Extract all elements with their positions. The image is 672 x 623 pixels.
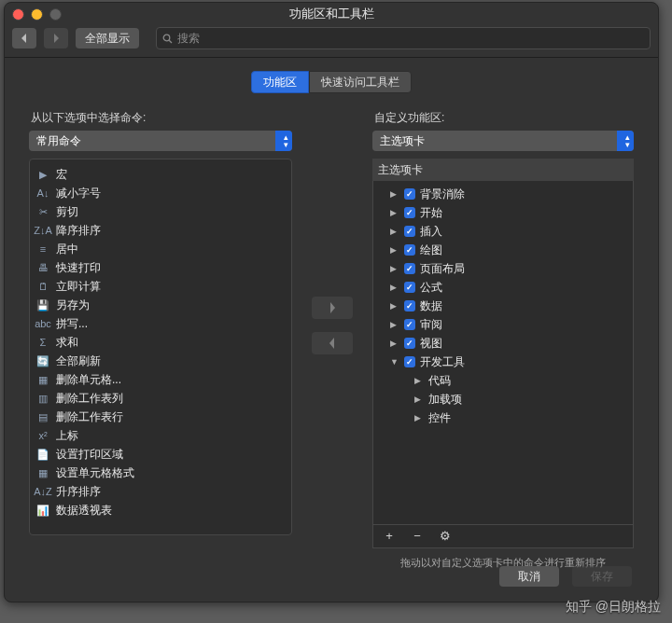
checkbox-icon[interactable]: ✓ xyxy=(404,244,415,256)
tree-row[interactable]: ▶ ✓ 页面布局 xyxy=(373,259,633,278)
checkbox-icon[interactable]: ✓ xyxy=(404,188,415,200)
checkbox-icon[interactable]: ✓ xyxy=(404,263,415,274)
checkbox-icon[interactable]: ✓ xyxy=(404,356,415,367)
close-icon[interactable] xyxy=(12,8,24,21)
list-item[interactable]: ▦删除单元格... xyxy=(30,370,291,389)
command-label: 快速打印 xyxy=(56,260,101,275)
tab-ribbon[interactable]: 功能区 xyxy=(251,71,309,93)
tree-row[interactable]: ▶ ✓ 背景消除 xyxy=(373,185,633,203)
checkbox-icon[interactable]: ✓ xyxy=(404,338,415,349)
list-item[interactable]: A↓Z升序排序 xyxy=(30,482,291,501)
command-label: 求和 xyxy=(56,335,78,350)
disclosure-closed-icon[interactable]: ▶ xyxy=(414,394,424,405)
checkbox-icon[interactable]: ✓ xyxy=(404,319,415,330)
checkbox-icon[interactable]: ✓ xyxy=(404,300,415,312)
zoom-icon xyxy=(49,8,62,21)
disclosure-closed-icon[interactable]: ▶ xyxy=(390,300,399,312)
tree-label: 背景消除 xyxy=(420,187,465,201)
list-item[interactable]: 🗒立即计算 xyxy=(30,277,291,296)
list-item[interactable]: 📊数据透视表 xyxy=(30,501,291,519)
disclosure-closed-icon[interactable]: ▶ xyxy=(390,338,399,349)
disclosure-closed-icon[interactable]: ▶ xyxy=(414,375,424,386)
ribbon-tree[interactable]: ▶ ✓ 背景消除▶ ✓ 开始▶ ✓ 插入▶ ✓ 绘图▶ ✓ 页面布局▶ xyxy=(372,181,634,525)
tree-label: 审阅 xyxy=(420,317,442,332)
tree-settings-button[interactable]: ⚙ xyxy=(435,528,455,545)
checkbox-icon[interactable]: ✓ xyxy=(404,282,415,293)
list-item[interactable]: ✂剪切 xyxy=(30,202,291,221)
minimize-icon[interactable] xyxy=(31,8,43,21)
command-label: 删除工作表列 xyxy=(56,391,123,406)
list-item[interactable]: Z↓A降序排序 xyxy=(30,221,291,240)
commands-dropdown[interactable]: 常用命令 ▴▾ xyxy=(29,131,292,151)
command-icon: A↓ xyxy=(35,186,50,201)
back-button[interactable] xyxy=(12,28,36,48)
disclosure-closed-icon[interactable]: ▶ xyxy=(414,412,424,423)
command-icon: ✂ xyxy=(35,204,50,219)
command-label: 居中 xyxy=(56,242,78,256)
search-input[interactable]: 搜索 xyxy=(156,27,651,49)
tree-toolbar: + − ⚙ xyxy=(372,525,634,548)
list-item[interactable]: ▦设置单元格格式 xyxy=(30,464,291,482)
command-label: 另存为 xyxy=(56,298,90,312)
list-item[interactable]: ▤删除工作表行 xyxy=(30,408,291,426)
tree-add-button[interactable]: + xyxy=(379,528,399,545)
tree-row[interactable]: ▶ ✓ 绘图 xyxy=(373,241,633,259)
command-icon: ▶ xyxy=(35,167,50,182)
tree-child-row[interactable]: ▶加载项 xyxy=(373,390,633,408)
disclosure-closed-icon[interactable]: ▶ xyxy=(390,282,399,293)
tree-child-row[interactable]: ▶代码 xyxy=(373,371,633,390)
command-label: 上标 xyxy=(56,428,78,443)
gear-icon: ⚙ xyxy=(440,528,451,545)
cancel-button[interactable]: 取消 xyxy=(499,566,559,587)
checkbox-icon[interactable]: ✓ xyxy=(404,226,415,237)
tree-child-row[interactable]: ▶控件 xyxy=(373,408,633,427)
tree-remove-button[interactable]: − xyxy=(407,528,427,545)
list-item[interactable]: 🔄全部刷新 xyxy=(30,352,291,370)
list-item[interactable]: ▥删除工作表列 xyxy=(30,389,291,408)
list-item[interactable]: 📄设置打印区域 xyxy=(30,445,291,464)
show-all-button[interactable]: 全部显示 xyxy=(76,28,139,48)
list-item[interactable]: 💾另存为 xyxy=(30,296,291,314)
command-label: 全部刷新 xyxy=(56,353,101,368)
disclosure-open-icon[interactable]: ▼ xyxy=(390,356,399,367)
tree-row[interactable]: ▶ ✓ 审阅 xyxy=(373,315,633,334)
commands-listbox[interactable]: ▶宏A↓减小字号✂剪切Z↓A降序排序≡居中🖶快速打印🗒立即计算💾另存为abc拼写… xyxy=(29,159,292,535)
disclosure-closed-icon[interactable]: ▶ xyxy=(390,226,399,237)
tree-row[interactable]: ▶ ✓ 开始 xyxy=(373,203,633,222)
command-icon: x² xyxy=(35,428,50,443)
disclosure-closed-icon[interactable]: ▶ xyxy=(390,263,399,274)
checkbox-icon[interactable]: ✓ xyxy=(404,207,415,218)
command-icon: ≡ xyxy=(35,242,50,256)
list-item[interactable]: 🖶快速打印 xyxy=(30,258,291,277)
tree-label: 开发工具 xyxy=(420,354,465,369)
window-title: 功能区和工具栏 xyxy=(5,6,658,22)
list-item[interactable]: Σ求和 xyxy=(30,333,291,352)
disclosure-closed-icon[interactable]: ▶ xyxy=(390,188,399,200)
svg-line-1 xyxy=(169,40,172,43)
tree-row[interactable]: ▼ ✓ 开发工具 xyxy=(373,353,633,371)
disclosure-closed-icon[interactable]: ▶ xyxy=(390,319,399,330)
command-icon: A↓Z xyxy=(35,484,50,499)
command-label: 删除工作表行 xyxy=(56,409,123,424)
tree-row[interactable]: ▶ ✓ 插入 xyxy=(373,222,633,241)
command-label: 设置单元格格式 xyxy=(56,465,134,480)
tree-row[interactable]: ▶ ✓ 视图 xyxy=(373,334,633,353)
list-item[interactable]: A↓减小字号 xyxy=(30,184,291,202)
command-icon: 📊 xyxy=(35,503,50,518)
tree-row[interactable]: ▶ ✓ 数据 xyxy=(373,297,633,315)
list-item[interactable]: abc拼写... xyxy=(30,314,291,333)
tree-label: 视图 xyxy=(420,336,442,351)
tree-label: 加载项 xyxy=(428,392,462,407)
preferences-window: 功能区和工具栏 全部显示 搜索 功能区 快速访问工具栏 从以下选项中选择命令: … xyxy=(4,2,659,602)
tree-label: 绘图 xyxy=(420,242,442,257)
tab-qat[interactable]: 快速访问工具栏 xyxy=(309,71,412,93)
tree-row[interactable]: ▶ ✓ 公式 xyxy=(373,278,633,297)
command-icon: 🗒 xyxy=(35,279,50,294)
remove-command-button xyxy=(312,332,353,354)
disclosure-closed-icon[interactable]: ▶ xyxy=(390,244,399,256)
list-item[interactable]: ≡居中 xyxy=(30,240,291,258)
list-item[interactable]: x²上标 xyxy=(30,426,291,445)
list-item[interactable]: ▶宏 xyxy=(30,165,291,184)
ribbon-scope-dropdown[interactable]: 主选项卡 ▴▾ xyxy=(372,131,634,151)
disclosure-closed-icon[interactable]: ▶ xyxy=(390,207,399,218)
